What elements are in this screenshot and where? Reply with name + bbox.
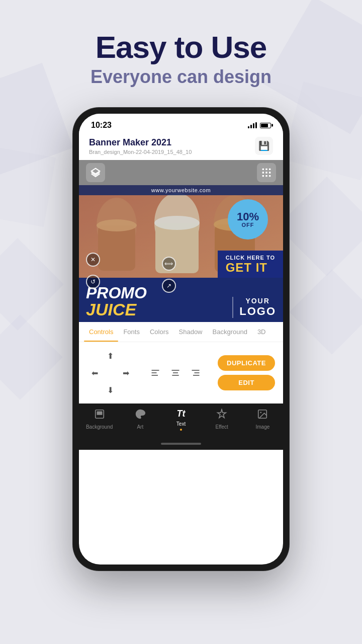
tab-bar: Controls Fonts Colors Shadow Background … xyxy=(79,322,283,342)
save-button[interactable]: 💾 xyxy=(255,137,273,155)
tab-colors[interactable]: Colors xyxy=(145,322,174,342)
status-bar: 10:23 xyxy=(79,114,283,133)
svg-rect-10 xyxy=(262,169,264,170)
click-here-button[interactable]: CLICK HERE TO GET IT xyxy=(218,251,283,279)
tab-controls[interactable]: Controls xyxy=(84,322,118,342)
background-icon xyxy=(94,409,105,422)
status-time: 10:23 xyxy=(91,121,112,130)
canvas-toolbar xyxy=(79,160,283,185)
art-icon xyxy=(135,409,146,422)
click-here-label: CLICK HERE TO xyxy=(226,255,275,261)
phone-frame: 10:23 Banner Maker 2021 xyxy=(73,108,289,571)
nav-right[interactable]: ➡ xyxy=(118,365,133,380)
image-nav-label: Image xyxy=(256,424,270,430)
promo-line2: JUICE xyxy=(86,301,147,318)
logo-block[interactable]: YOUR LOGO xyxy=(232,297,276,318)
svg-rect-14 xyxy=(265,172,267,174)
align-left-button[interactable] xyxy=(147,365,163,381)
tab-shadow[interactable]: Shadow xyxy=(174,322,208,342)
website-bar: www.yourwebsite.com xyxy=(79,185,283,195)
nav-effect[interactable]: Effect xyxy=(202,409,242,431)
svg-rect-16 xyxy=(262,175,264,177)
nav-cluster: ⬆ ⬅ ➡ ⬇ xyxy=(87,348,133,397)
phone-screen: 10:23 Banner Maker 2021 xyxy=(79,114,283,565)
action-buttons: DUPLICATE EDIT xyxy=(218,355,275,390)
app-title: Banner Maker 2021 xyxy=(89,137,192,148)
get-it-label: GET IT xyxy=(226,261,275,275)
hero-title: Easy to Use xyxy=(0,30,362,64)
effect-nav-label: Effect xyxy=(216,424,228,430)
svg-rect-12 xyxy=(269,169,270,170)
art-nav-label: Art xyxy=(137,424,143,430)
banner-canvas[interactable]: www.yourwebsite.com 10% OFF CLICK HERE T… xyxy=(79,185,283,322)
app-subtitle: Bran_design_Mon-22-04-2019_15_48_10 xyxy=(89,149,192,155)
background-nav-label: Background xyxy=(86,424,113,430)
nav-image[interactable]: Image xyxy=(242,409,283,431)
controls-content: ⬆ ⬅ ➡ ⬇ xyxy=(79,342,283,404)
scale-handle[interactable]: ↗ xyxy=(162,279,176,293)
bottom-nav: Background Art Tt Text xyxy=(79,404,283,438)
home-indicator xyxy=(161,443,201,445)
nav-down[interactable]: ⬇ xyxy=(103,382,118,397)
app-title-block: Banner Maker 2021 Bran_design_Mon-22-04-… xyxy=(89,137,192,155)
align-center-button[interactable] xyxy=(167,365,184,381)
svg-rect-15 xyxy=(269,172,270,174)
nav-up[interactable]: ⬆ xyxy=(103,348,118,363)
duplicate-button[interactable]: DUPLICATE xyxy=(218,355,275,371)
phone-mockup: 10:23 Banner Maker 2021 xyxy=(0,108,362,571)
nav-text[interactable]: Tt Text xyxy=(160,409,201,431)
hero-subtitle: Everyone can design xyxy=(0,66,362,88)
app-header: Banner Maker 2021 Bran_design_Mon-22-04-… xyxy=(79,133,283,160)
banner-bottom-bar: PROMO JUICE YOUR LOGO xyxy=(79,278,283,322)
svg-rect-11 xyxy=(265,169,267,170)
logo-label: LOGO xyxy=(239,305,276,318)
svg-rect-17 xyxy=(265,175,267,177)
home-indicator-bar xyxy=(79,438,283,450)
discount-badge: 10% OFF xyxy=(228,199,268,239)
status-icons xyxy=(248,122,271,128)
your-label: YOUR xyxy=(239,297,276,305)
align-right-button[interactable] xyxy=(188,365,204,381)
rotate-handle[interactable]: ↺ xyxy=(86,275,100,289)
image-icon xyxy=(257,409,268,422)
off-text: OFF xyxy=(242,222,254,228)
discount-text: 10% xyxy=(237,211,259,222)
promo-text[interactable]: PROMO JUICE xyxy=(79,285,154,322)
controls-panel: Controls Fonts Colors Shadow Background … xyxy=(79,322,283,404)
active-indicator xyxy=(180,429,182,431)
battery-icon xyxy=(260,123,271,128)
text-icon: Tt xyxy=(177,409,186,419)
nav-art[interactable]: Art xyxy=(120,409,160,431)
edit-button[interactable]: EDIT xyxy=(218,375,275,390)
align-group xyxy=(147,365,204,381)
layers-button[interactable] xyxy=(86,163,105,182)
close-handle[interactable]: ✕ xyxy=(86,253,100,267)
grid-button[interactable] xyxy=(257,163,276,182)
nav-middle-row: ⬅ ➡ xyxy=(87,365,133,380)
nav-left[interactable]: ⬅ xyxy=(87,365,102,380)
svg-rect-40 xyxy=(97,412,102,415)
svg-rect-18 xyxy=(269,175,270,177)
svg-rect-13 xyxy=(262,172,264,174)
tab-fonts[interactable]: Fonts xyxy=(118,322,145,342)
text-nav-label: Text xyxy=(176,421,186,427)
tab-3d[interactable]: 3D xyxy=(252,322,271,342)
banner-photo: www.yourwebsite.com 10% OFF CLICK HERE T… xyxy=(79,185,283,286)
svg-point-42 xyxy=(260,412,262,414)
hero-section: Easy to Use Everyone can design xyxy=(0,0,362,98)
move-handle[interactable]: ⟺ xyxy=(162,257,176,271)
tab-background[interactable]: Background xyxy=(208,322,252,342)
signal-icon xyxy=(248,122,257,128)
effect-icon xyxy=(216,409,227,422)
nav-background[interactable]: Background xyxy=(79,409,120,431)
